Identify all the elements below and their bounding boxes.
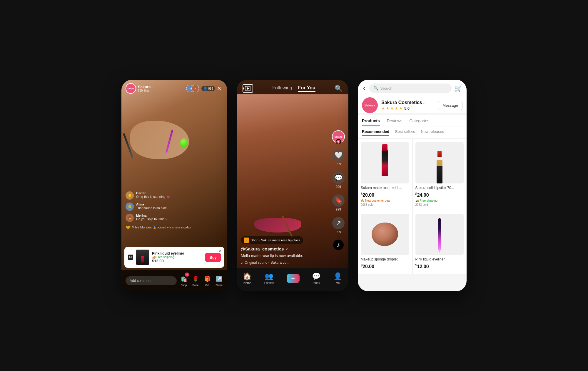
lipstick2-tip: [437, 151, 442, 157]
s3-message-button[interactable]: Message: [438, 101, 462, 110]
subtab-recommended[interactable]: Recommended: [362, 129, 389, 136]
s2-share-item[interactable]: ↗ 999: [332, 217, 345, 234]
lipstick2-body: [437, 166, 442, 183]
s3-shop-name[interactable]: Sakura Cosmetics ›: [381, 100, 435, 105]
s1-shop-icon[interactable]: 🛍️ 4 Shop: [180, 275, 188, 287]
s3-search-bar[interactable]: 🔍 Search: [369, 83, 452, 93]
s1-join-notification: 🤝 Miles Morales 🏅 joined via share invat…: [126, 225, 192, 230]
s3-shop-avatar: Sakura: [362, 97, 378, 113]
product-name-2: Sakura solid lipstick 70...: [415, 186, 464, 190]
product-card-2[interactable]: Sakura solid lipstick 70... $24.00 🚚 Fre…: [412, 139, 467, 210]
product-name-4: Pink liquid eyeliner: [415, 257, 464, 262]
tab-for-you[interactable]: For You: [298, 85, 315, 92]
s2-right-sidebar: Sakura + 🤍 999 💬 999 🔖 999 ↗ 999 ♪: [332, 130, 345, 250]
s3-main-tabs: Products Reviews Categories: [358, 115, 467, 126]
s3-rating-stars: ★ ★ ★ ★ ★ 5.0: [381, 106, 435, 111]
s1-comment-input[interactable]: Add comment: [126, 276, 177, 285]
gift-icon: 🎁: [203, 275, 211, 283]
s2-share-count: 999: [336, 230, 341, 234]
subtab-new-releases[interactable]: New releases: [421, 129, 444, 136]
s3-rating-value: 5.0: [404, 106, 410, 111]
s3-cart-button[interactable]: 🛒: [455, 84, 462, 92]
s2-music-info: ♪ Original sound - Sakura co...: [241, 260, 328, 265]
product-price-1: $20.00: [361, 192, 409, 198]
star-icon: ★: [390, 106, 394, 111]
product-price-3: $20.00: [361, 263, 409, 269]
s1-likes-count: 999 likes: [138, 89, 188, 92]
s1-bottom-icons: 🛍️ 4 Shop 🌹 Rose 🎁 Gift ↗️ Share: [180, 275, 223, 287]
s2-top-bar: Following For You 🔍: [237, 80, 348, 95]
s2-creator-avatar: Sakura +: [332, 130, 345, 143]
search-icon: 🔍: [373, 86, 378, 91]
nav-home[interactable]: 🏠 Home: [243, 272, 252, 285]
s2-shop-tag[interactable]: 🛒 Shop · Sakura matte rose lip gloss: [241, 236, 303, 244]
tab-categories[interactable]: Categories: [410, 115, 430, 126]
star-icon: ★: [381, 106, 385, 111]
s2-bookmark-item[interactable]: 🔖 999: [332, 194, 345, 211]
live-icon: [243, 84, 253, 93]
nav-me[interactable]: 👤 Me: [333, 272, 342, 285]
nav-add[interactable]: +: [287, 274, 300, 283]
share-icon: ↗️: [215, 275, 223, 283]
tab-following[interactable]: Following: [272, 85, 292, 92]
rose-label: Rose: [192, 284, 198, 287]
comment-avatar-2: 😊: [126, 203, 134, 211]
tab-products[interactable]: Products: [362, 115, 380, 126]
s2-tiktok-spin: ♪: [333, 240, 344, 250]
product-name-3: Makeup sponge droplet ...: [361, 257, 409, 262]
s1-buy-button[interactable]: Buy: [205, 253, 221, 262]
s1-rose-icon[interactable]: 🌹 Rose: [191, 275, 200, 287]
s3-shop-info: Sakura Cosmetics › ★ ★ ★ ★ ★ 5.0: [381, 100, 435, 111]
screen1-live: Sakura Sakura ✓ 999 likes A B 👤 999 ✕: [121, 80, 227, 291]
product-sold-1: 2063 sold: [361, 203, 409, 206]
inbox-icon: 💬: [312, 272, 321, 280]
product-price-4: $12.00: [415, 263, 464, 269]
comment-item: 🙂 Carter Omg this is stunning 💗: [126, 191, 192, 200]
product-image-4: [415, 214, 464, 255]
share-label: Share: [216, 284, 223, 287]
s2-like-item[interactable]: 🤍 999: [332, 149, 345, 166]
s2-description: Mella matte rose lip is now available.: [241, 253, 328, 258]
s2-profile-item[interactable]: Sakura +: [332, 130, 345, 143]
add-button[interactable]: +: [287, 274, 300, 283]
s1-close-button[interactable]: ✕: [215, 84, 223, 93]
s3-shop-header: Sakura Sakura Cosmetics › ★ ★ ★ ★ ★ 5.0 …: [358, 93, 467, 113]
s1-viewer-avatars: A B: [188, 85, 199, 92]
s2-search-button[interactable]: 🔍: [335, 85, 343, 92]
share-arrow-icon: ↗: [332, 217, 345, 229]
s2-live-badge: [243, 84, 253, 93]
inbox-label: Inbox: [313, 281, 320, 285]
s3-back-button[interactable]: ‹: [362, 83, 366, 93]
liner-pencil-graphic: [438, 218, 441, 250]
s1-comments-area: 🙂 Carter Omg this is stunning 💗 😊 Alina …: [126, 191, 192, 230]
star-icon: ★: [399, 106, 403, 111]
s1-product-close[interactable]: ✕: [218, 248, 222, 253]
music-note-icon: ♪: [241, 260, 243, 265]
product-card-1[interactable]: Sakura matte rose red li ... $20.00 🔥 Ne…: [358, 139, 412, 210]
s2-bottom-info: 🛒 Shop · Sakura matte rose lip gloss @Sa…: [241, 236, 328, 265]
s2-at-username[interactable]: @Sakura_cosmetics: [241, 246, 284, 251]
nav-friends[interactable]: 👥 Friends: [264, 272, 274, 285]
s1-product-price: $12.00: [152, 259, 202, 263]
product-card-3[interactable]: Makeup sponge droplet ... $20.00: [358, 210, 412, 274]
s2-tabs: Following For You: [272, 85, 315, 92]
sponge-graphic: [372, 223, 398, 246]
s2-follow-button[interactable]: +: [336, 139, 341, 144]
s2-comment-count: 999: [336, 185, 341, 188]
rose-icon: 🌹: [191, 275, 200, 283]
s3-top-bar: ‹ 🔍 Search 🛒: [358, 80, 467, 93]
screen3-shop: ‹ 🔍 Search 🛒 Sakura Sakura Cosmetics › ★…: [358, 80, 467, 291]
subtab-best-sellers[interactable]: Best sellers: [395, 129, 415, 136]
s1-streamer-avatar: Sakura: [126, 83, 136, 94]
nav-inbox[interactable]: 💬 Inbox: [312, 272, 321, 285]
s1-gift-icon[interactable]: 🎁 Gift: [203, 275, 211, 287]
svg-marker-1: [247, 87, 249, 90]
friends-icon: 👥: [265, 272, 273, 280]
s1-product-card: ✕ 01 Pink liquid eyeliner 🚚 Free shippin…: [124, 247, 224, 268]
star-icon: ★: [395, 106, 398, 111]
tab-reviews[interactable]: Reviews: [387, 115, 402, 126]
s1-share-icon[interactable]: ↗️ Share: [215, 275, 223, 287]
product-image-1: [361, 142, 409, 183]
s2-comment-item[interactable]: 💬 999: [332, 172, 345, 188]
product-card-4[interactable]: Pink liquid eyeliner $12.00: [412, 210, 467, 274]
